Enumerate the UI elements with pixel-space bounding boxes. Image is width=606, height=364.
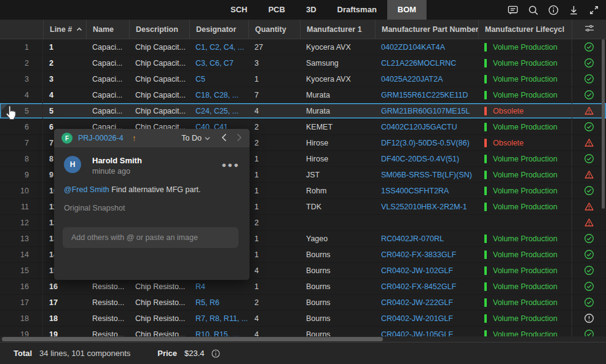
cell-mpn-link[interactable]: 1SS400CSFHT2RA bbox=[375, 183, 478, 198]
cell-designator[interactable]: R7, R8, R11, ... bbox=[189, 311, 248, 326]
tab-bom[interactable]: BOM bbox=[387, 0, 427, 20]
cell-status bbox=[572, 215, 606, 230]
cell-quantity: 1 bbox=[248, 167, 300, 182]
comment-menu-button[interactable]: ●●● bbox=[221, 156, 240, 169]
cell-mpn-link[interactable]: DF12(3.0)-50DS-0.5V(86) bbox=[375, 135, 478, 150]
cell-mpn-link[interactable]: RC0402JR-070RL bbox=[375, 231, 478, 246]
cell-mpn-link[interactable]: CL21A226MOCLRNC bbox=[375, 55, 478, 71]
lifecycle-bar bbox=[484, 43, 487, 52]
download-icon[interactable] bbox=[568, 4, 580, 16]
expand-icon[interactable] bbox=[588, 4, 600, 16]
table-row[interactable]: 3 3 Capaci... Chip Capacit... C5 1 Kyoce… bbox=[0, 71, 606, 87]
cell-mpn-link[interactable]: 0402ZD104KAT4A bbox=[375, 39, 478, 55]
cell-status bbox=[572, 247, 606, 262]
cell-line-number: 3 bbox=[43, 71, 86, 87]
cell-mpn-link[interactable] bbox=[375, 215, 478, 230]
original-snapshot-link[interactable]: Original Snapshot bbox=[64, 204, 240, 212]
table-row[interactable]: 17 17 Resisto... Chip Resisto... R5, R6 … bbox=[0, 295, 606, 311]
tab-3d[interactable]: 3D bbox=[296, 0, 327, 20]
row-index: 8 bbox=[0, 151, 43, 166]
header-description[interactable]: Description bbox=[129, 20, 189, 39]
cell-designator[interactable]: C5 bbox=[189, 71, 248, 87]
header-line-number[interactable]: Line # bbox=[43, 20, 86, 39]
cell-designator[interactable]: R4 bbox=[189, 279, 248, 294]
cell-name: Capaci... bbox=[86, 39, 129, 55]
table-row[interactable]: 4 4 Capaci... Chip Capacit... C18, C28, … bbox=[0, 87, 606, 103]
header-quantity[interactable]: Quantity bbox=[248, 20, 300, 39]
cell-mpn-link[interactable]: CR0402-JW-201GLF bbox=[375, 311, 478, 326]
cell-mpn-link[interactable]: GRM155R61C225KE11D bbox=[375, 87, 478, 103]
cell-manufacturer: Hirose bbox=[300, 135, 375, 150]
cell-status bbox=[572, 295, 606, 310]
horizontal-scrollbar-thumb[interactable] bbox=[2, 337, 383, 341]
cell-mpn-link[interactable]: CR0402-FX-3833GLF bbox=[375, 247, 478, 262]
row-index: 17 bbox=[0, 295, 43, 310]
cell-designator[interactable]: C24, C25, ... bbox=[189, 103, 248, 118]
cell-quantity: 1 bbox=[248, 199, 300, 214]
lifecycle-bar bbox=[484, 107, 487, 115]
cell-manufacturer: JST bbox=[300, 167, 375, 182]
table-row[interactable]: 1 1 Capaci... Chip Capacit... C1, C2, C4… bbox=[0, 39, 606, 55]
cell-description: Chip Resisto... bbox=[129, 311, 189, 326]
header-manufacturer[interactable]: Manufacturer 1 bbox=[300, 20, 375, 39]
status-dropdown[interactable]: To Do bbox=[181, 134, 210, 142]
cell-mpn-link[interactable]: DF40C-20DS-0.4V(51) bbox=[375, 151, 478, 166]
tab-sch[interactable]: SCH bbox=[220, 0, 258, 20]
header-lifecycle[interactable]: Manufacturer Lifecycl bbox=[478, 20, 572, 39]
cell-mpn-link[interactable]: C0402C120J5GACTU bbox=[375, 119, 478, 134]
comment-icon[interactable] bbox=[507, 4, 519, 16]
header-name[interactable]: Name bbox=[86, 20, 129, 39]
horizontal-scrollbar-track[interactable] bbox=[0, 336, 606, 342]
table-row[interactable]: 16 16 Resisto... Chip Resisto... R4 1 Bo… bbox=[0, 279, 606, 295]
lifecycle-label: Volume Production bbox=[493, 314, 557, 323]
cell-status bbox=[572, 263, 606, 278]
lifecycle-bar bbox=[484, 171, 487, 179]
cell-mpn-link[interactable]: GRM21BR60G107ME15L bbox=[375, 103, 478, 118]
project-reference-link[interactable]: PRJ-00026-4 bbox=[78, 134, 124, 142]
header-designator[interactable]: Designator bbox=[189, 20, 248, 39]
cell-lifecycle: Volume Production bbox=[478, 167, 572, 182]
tab-pcb[interactable]: PCB bbox=[258, 0, 295, 20]
cell-mpn-link[interactable]: SM06B-SRSS-TB(LF)(SN) bbox=[375, 167, 478, 182]
cell-mpn-link[interactable]: 04025A220JAT2A bbox=[375, 71, 478, 87]
cell-designator[interactable]: C3, C6, C7 bbox=[189, 55, 248, 71]
info-icon[interactable] bbox=[548, 4, 559, 16]
lifecycle-label: Volume Production bbox=[493, 298, 557, 307]
comment-reply-input[interactable] bbox=[63, 227, 238, 248]
check-circle-icon bbox=[584, 58, 594, 68]
cell-designator[interactable]: C1, C2, C4, ... bbox=[189, 39, 248, 55]
row-index: 10 bbox=[0, 183, 43, 198]
cell-status bbox=[572, 103, 606, 118]
cell-mpn-link[interactable]: CR0402-JW-102GLF bbox=[375, 263, 478, 278]
header-column-settings[interactable] bbox=[572, 20, 606, 39]
cell-mpn-link[interactable]: CR0402-JW-222GLF bbox=[375, 295, 478, 310]
price-label: Price bbox=[157, 349, 177, 358]
lifecycle-bar bbox=[484, 91, 487, 99]
lifecycle-label: Volume Production bbox=[493, 250, 557, 259]
lifecycle-label: Volume Production bbox=[493, 282, 557, 291]
tab-draftsman[interactable]: Draftsman bbox=[327, 0, 387, 20]
table-row[interactable]: 18 18 Resisto... Chip Resisto... R7, R8,… bbox=[0, 311, 606, 327]
cell-mpn-link[interactable]: VLS252010HBX-2R2M-1 bbox=[375, 199, 478, 214]
next-comment-button[interactable] bbox=[237, 133, 242, 144]
cell-designator[interactable]: R5, R6 bbox=[189, 295, 248, 310]
check-circle-icon bbox=[584, 233, 594, 244]
table-row[interactable]: 2 2 Capaci... Chip Capacit... C3, C6, C7… bbox=[0, 55, 606, 71]
cell-status bbox=[572, 199, 606, 214]
vertical-scrollbar-thumb[interactable] bbox=[602, 39, 605, 209]
mention-link[interactable]: @Fred Smith bbox=[64, 185, 109, 194]
cell-lifecycle: Volume Production bbox=[478, 151, 572, 166]
row-index: 13 bbox=[0, 231, 43, 246]
cell-lifecycle: Volume Production bbox=[478, 311, 572, 326]
search-icon[interactable] bbox=[527, 4, 539, 16]
table-row[interactable]: 5 5 Capaci... Chip Capacit... C24, C25, … bbox=[0, 103, 606, 119]
cell-quantity: 4 bbox=[248, 103, 300, 118]
cell-designator[interactable]: C18, C28, ... bbox=[189, 87, 248, 103]
cell-mpn-link[interactable]: CR0402-FX-8452GLF bbox=[375, 279, 478, 294]
cell-manufacturer: Bourns bbox=[300, 247, 375, 262]
header-mpn[interactable]: Manufacturer Part Number 1 bbox=[375, 20, 478, 39]
prev-comment-button[interactable] bbox=[221, 133, 227, 144]
cell-status bbox=[572, 71, 606, 87]
cell-quantity: 1 bbox=[248, 231, 300, 246]
price-info-icon[interactable] bbox=[211, 349, 221, 358]
